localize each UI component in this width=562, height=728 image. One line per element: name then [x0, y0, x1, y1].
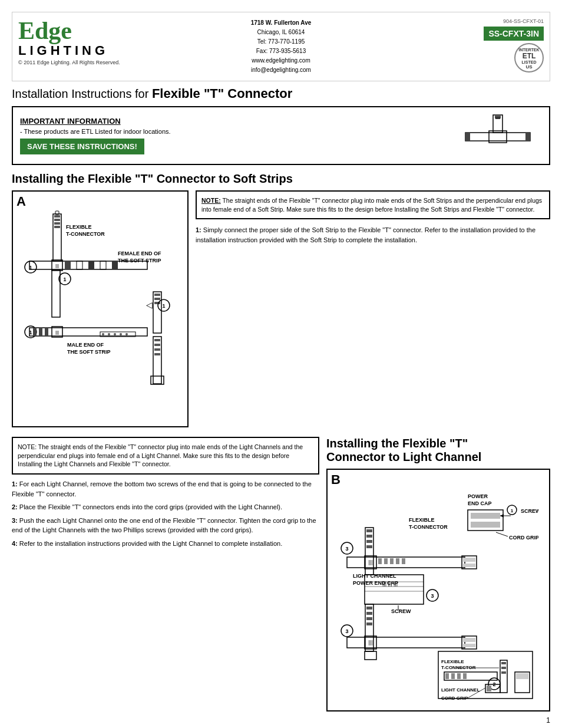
bottom-layout: NOTE: The straight ends of the Flexible … — [12, 437, 550, 711]
svg-rect-76 — [366, 535, 372, 538]
instruction-a-1-text: Simply connect the proper side of the So… — [196, 226, 535, 243]
svg-rect-4 — [525, 133, 530, 141]
diagram-b-label: B — [331, 472, 340, 487]
svg-rect-103 — [366, 612, 372, 615]
instructions-bottom-list: 1: For each Light Channel, remove the bo… — [12, 479, 319, 548]
svg-rect-13 — [54, 226, 60, 228]
svg-text:|||: ||| — [368, 640, 372, 645]
main-title-prefix: Installation Instructions for — [12, 87, 152, 100]
instruction-bottom-3: 3: Push the each Light Channel onto the … — [12, 516, 319, 535]
svg-text:3: 3 — [345, 546, 348, 552]
diagram-box-b: B POWER END CAP 1 SCREW — [326, 469, 550, 711]
important-info-box: IMPORTANT INFORMATION - These products a… — [12, 106, 550, 165]
email: info@edgelighting.com — [251, 67, 311, 73]
svg-rect-42 — [33, 328, 37, 336]
svg-text:FLEXIBLE: FLEXIBLE — [66, 224, 92, 230]
svg-rect-32 — [154, 302, 160, 304]
part-number: 904-SS-CFXT-01 — [426, 18, 544, 24]
logo-edge: Edge — [18, 18, 136, 43]
svg-rect-85 — [396, 558, 399, 564]
svg-rect-24 — [88, 261, 94, 269]
svg-rect-23 — [77, 261, 82, 269]
svg-point-48 — [114, 333, 116, 335]
svg-rect-120 — [501, 667, 506, 669]
svg-rect-54 — [154, 339, 160, 341]
svg-rect-11 — [54, 219, 60, 221]
note-a-label: NOTE: — [201, 197, 221, 204]
svg-text:THE SOFT STRIP: THE SOFT STRIP — [118, 258, 161, 263]
ib4-num: 4: — [12, 540, 18, 547]
svg-text:|||: ||| — [55, 263, 59, 268]
svg-text:T-CONNECTOR: T-CONNECTOR — [409, 524, 448, 530]
ib3-num: 3: — [12, 517, 18, 524]
diagram-box-a: A 1 FLEXIBLE T-CONNECTOR — [12, 190, 189, 427]
svg-rect-56 — [154, 348, 160, 351]
svg-rect-123 — [445, 673, 449, 679]
website: www.edgelighting.com — [252, 57, 310, 64]
svg-rect-66 — [471, 522, 500, 528]
svg-rect-114 — [365, 651, 376, 660]
svg-rect-130 — [516, 673, 528, 679]
diagram-a-label: A — [16, 194, 26, 209]
logo-lighting: LIGHTING — [18, 43, 136, 58]
svg-rect-84 — [390, 558, 394, 564]
svg-text:SCREW: SCREW — [391, 608, 411, 614]
logo-copy: © 2011 Edge Lighting. All Rights Reserve… — [18, 60, 136, 65]
svg-rect-57 — [154, 353, 160, 355]
svg-rect-113 — [463, 644, 475, 647]
svg-rect-75 — [366, 529, 372, 532]
instruction-bottom-4: 4: Refer to the installation instruction… — [12, 539, 319, 549]
svg-rect-89 — [463, 564, 475, 567]
svg-rect-92 — [365, 575, 424, 604]
important-info-title: IMPORTANT INFORMATION — [20, 117, 454, 126]
svg-rect-77 — [366, 540, 372, 543]
svg-text:||| ||| |||: ||| ||| ||| — [382, 581, 398, 587]
product-code: SS-CFXT-3IN — [484, 27, 544, 41]
svg-text:FLEXIBLE: FLEXIBLE — [441, 659, 464, 664]
svg-text:FLEXIBLE: FLEXIBLE — [409, 517, 435, 523]
note-b-text: The straight ends of the Flexible "T" co… — [18, 443, 303, 467]
svg-text:T-CONNECTOR: T-CONNECTOR — [441, 665, 476, 670]
svg-text:T-CONNECTOR: T-CONNECTOR — [66, 231, 105, 237]
svg-text:SCREW: SCREW — [521, 508, 538, 514]
instruction-a-1-num: 1: — [196, 226, 201, 233]
etl-badge: INTERTEK ETL LISTED US — [514, 43, 544, 73]
bottom-right: Installing the Flexible "T"Connector to … — [326, 437, 550, 711]
svg-line-69 — [496, 532, 508, 536]
ib4-text: Refer to the installation instructions p… — [19, 540, 282, 547]
save-instructions-label: SAVE THESE INSTRUCTIONS! — [20, 139, 144, 154]
svg-text:CORD GRIP: CORD GRIP — [441, 696, 468, 701]
svg-rect-30 — [154, 294, 160, 296]
svg-text:3: 3 — [345, 628, 348, 634]
svg-point-50 — [125, 333, 128, 335]
note-box-a: NOTE: The straight ends of the Flexible … — [196, 190, 550, 219]
ib1-num: 1: — [12, 480, 18, 487]
ib2-num: 2: — [12, 503, 18, 510]
svg-rect-25 — [100, 261, 106, 269]
svg-rect-86 — [402, 558, 405, 564]
svg-text:1: 1 — [511, 508, 514, 513]
instruction-a-1: 1: Simply connect the proper side of the… — [196, 225, 550, 245]
svg-rect-104 — [366, 617, 372, 620]
page-number: 1 — [12, 716, 550, 724]
svg-rect-44 — [45, 328, 48, 336]
bottom-left: NOTE: The straight ends of the Flexible … — [12, 437, 319, 711]
svg-point-49 — [120, 333, 122, 335]
ib3-text: Push the each Light Channel onto the one… — [12, 517, 316, 534]
instruction-bottom-2: 2: Place the Flexible "T" connectors end… — [12, 502, 319, 512]
ib1-text: For each Light Channel, remove the botto… — [12, 480, 312, 498]
svg-rect-43 — [39, 328, 42, 336]
connector-diagram-header — [454, 112, 542, 159]
svg-text:1: 1 — [162, 303, 165, 309]
diagram-b-svg: POWER END CAP 1 SCREW CORD GRIP — [332, 480, 538, 704]
svg-rect-12 — [54, 222, 60, 225]
t-connector-svg — [462, 112, 533, 159]
fax: Fax: 773-935-5613 — [256, 48, 306, 54]
svg-rect-65 — [471, 513, 500, 519]
svg-rect-112 — [463, 638, 475, 642]
svg-rect-119 — [501, 662, 506, 664]
svg-text:|||: ||| — [368, 559, 372, 565]
ib2-text: Place the Flexible "T" connectors ends i… — [19, 503, 282, 510]
tel: Tel: 773-770-1195 — [257, 38, 305, 45]
important-info-body: - These products are ETL Listed for indo… — [20, 128, 454, 135]
